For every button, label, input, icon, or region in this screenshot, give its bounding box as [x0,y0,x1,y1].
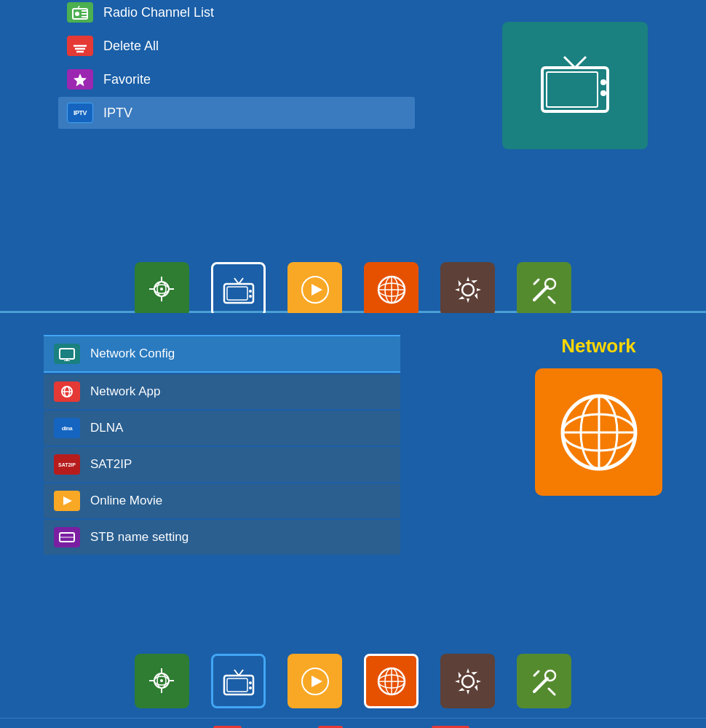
bottom-nav-icons-row [0,648,706,714]
online-movie-icon [54,491,80,511]
svg-rect-13 [547,72,598,107]
svg-line-78 [534,678,547,692]
dlna-icon: dlna [54,418,80,438]
menu-label-favorite: Favorite [103,72,151,87]
bottom-bottom-bar: ◄► Move OK Confirm MENU Exit [0,718,706,728]
svg-point-63 [160,679,163,682]
menu-item-network-app[interactable]: Network App [44,374,400,409]
nav-icon-tv-bottom[interactable] [211,654,266,708]
nav-icon-network-top[interactable] [364,262,419,317]
nav-icon-tools-bottom[interactable] [517,654,571,708]
network-preview-icon [535,368,662,496]
menu-item-radio-channel-list[interactable]: Radio Channel List [58,0,415,28]
top-preview-tv [502,22,648,149]
svg-point-39 [545,279,555,289]
svg-rect-27 [227,287,247,300]
top-panel: Radio Channel List Delete All Favorite I… [0,0,706,313]
svg-point-37 [462,284,474,296]
svg-marker-71 [312,676,322,687]
top-nav-icons-row [0,258,706,320]
favorite-icon [67,69,93,90]
nav-icon-tv-top[interactable] [211,262,266,317]
radio-icon [67,2,93,23]
bottom-menu-list: Network Config Network App dlna DLNA SAT… [44,335,400,633]
menu-item-online-movie[interactable]: Online Movie [44,483,400,518]
svg-point-68 [249,681,252,684]
stb-icon [54,527,80,547]
nav-icon-settings-top[interactable] [440,262,495,317]
svg-line-38 [534,287,547,300]
bottom-panel: Network Config Network App dlna DLNA SAT… [0,313,706,728]
svg-point-23 [160,288,163,290]
svg-point-79 [545,670,555,681]
delete-icon [67,36,93,56]
menu-label-network-config: Network Config [90,347,175,361]
nav-icon-tools-top[interactable] [517,262,571,317]
menu-label-stb: STB name setting [90,530,189,545]
svg-point-77 [462,676,474,687]
menu-item-delete-all[interactable]: Delete All [58,30,415,62]
nav-icon-media-top[interactable] [287,262,342,317]
menu-item-sat2ip[interactable]: SAT2IP SAT2IP [44,447,400,482]
svg-line-81 [534,671,539,676]
menu-item-dlna[interactable]: dlna DLNA [44,411,400,446]
svg-point-1 [75,12,79,16]
svg-line-41 [534,280,539,284]
menu-label-network-app: Network App [90,384,160,399]
menu-item-favorite[interactable]: Favorite [58,63,415,95]
menu-label-dlna: DLNA [90,421,123,435]
nav-icon-media-bottom[interactable] [287,654,342,708]
menu-item-network-config[interactable]: Network Config [44,335,400,373]
bottom-preview: Network [535,335,662,633]
svg-point-14 [600,79,606,85]
preview-title: Network [561,335,636,357]
svg-rect-67 [227,678,247,692]
nav-icon-settings-bottom[interactable] [440,654,495,708]
svg-line-40 [549,297,555,303]
iptv-icon: IPTV [67,103,93,123]
svg-marker-9 [74,74,87,87]
svg-marker-48 [63,496,72,505]
network-app-icon [54,381,80,402]
menu-item-iptv[interactable]: IPTV IPTV [58,97,415,129]
nav-icon-satellite-top[interactable] [135,262,189,317]
svg-line-80 [549,689,555,695]
menu-label-sat2ip: SAT2IP [90,457,132,472]
svg-point-69 [249,687,252,689]
svg-point-15 [600,90,606,96]
svg-rect-42 [60,349,74,359]
menu-label-online-movie: Online Movie [90,494,162,508]
svg-point-28 [249,290,252,293]
menu-label-radio: Radio Channel List [103,5,214,20]
nav-icon-satellite-bottom[interactable] [135,654,189,708]
menu-item-stb-name[interactable]: STB name setting [44,520,400,555]
svg-marker-31 [312,284,322,296]
svg-line-11 [575,57,586,68]
svg-line-10 [564,57,575,68]
top-menu-list: Radio Channel List Delete All Favorite I… [58,0,415,255]
network-config-icon [54,344,80,364]
menu-label-delete: Delete All [103,39,159,54]
sat2ip-icon: SAT2IP [54,454,80,475]
nav-icon-network-bottom[interactable] [364,654,419,708]
menu-label-iptv: IPTV [103,106,132,121]
svg-point-29 [249,295,252,298]
